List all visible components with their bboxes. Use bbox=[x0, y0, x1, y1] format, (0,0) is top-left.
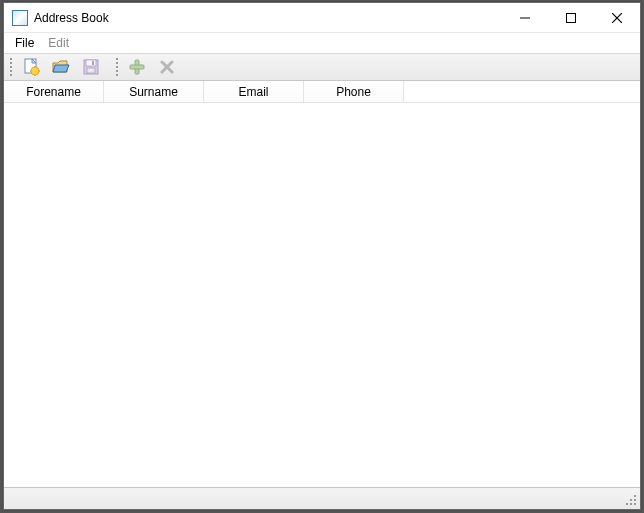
table-header: Forename Surname Email Phone bbox=[4, 81, 640, 103]
table-body[interactable] bbox=[4, 103, 640, 487]
svg-rect-1 bbox=[567, 13, 576, 22]
menubar: File Edit bbox=[4, 33, 640, 53]
svg-rect-13 bbox=[87, 68, 95, 73]
minimize-icon bbox=[520, 13, 530, 23]
app-window: Address Book File Edit bbox=[3, 2, 641, 510]
svg-rect-16 bbox=[130, 65, 144, 69]
svg-rect-21 bbox=[634, 499, 636, 501]
new-document-icon bbox=[21, 57, 41, 77]
column-header-surname[interactable]: Surname bbox=[104, 81, 204, 102]
size-grip[interactable] bbox=[624, 493, 638, 507]
minimize-button[interactable] bbox=[502, 3, 548, 33]
menu-file[interactable]: File bbox=[8, 34, 41, 52]
toolbar-grip-2[interactable] bbox=[114, 56, 120, 78]
open-button[interactable] bbox=[47, 55, 75, 79]
new-document-button[interactable] bbox=[17, 55, 45, 79]
svg-rect-14 bbox=[92, 61, 94, 65]
svg-rect-24 bbox=[634, 495, 636, 497]
svg-rect-22 bbox=[626, 503, 628, 505]
titlebar: Address Book bbox=[4, 3, 640, 33]
column-header-email[interactable]: Email bbox=[204, 81, 304, 102]
svg-point-6 bbox=[31, 67, 39, 75]
toolbar bbox=[4, 53, 640, 81]
svg-rect-20 bbox=[630, 503, 632, 505]
add-icon bbox=[127, 57, 147, 77]
delete-icon bbox=[157, 57, 177, 77]
close-button[interactable] bbox=[594, 3, 640, 33]
delete-button[interactable] bbox=[153, 55, 181, 79]
save-button[interactable] bbox=[77, 55, 105, 79]
svg-rect-23 bbox=[630, 499, 632, 501]
svg-rect-12 bbox=[86, 60, 96, 66]
add-button[interactable] bbox=[123, 55, 151, 79]
statusbar bbox=[4, 487, 640, 509]
svg-rect-19 bbox=[634, 503, 636, 505]
menu-edit[interactable]: Edit bbox=[41, 34, 76, 52]
column-header-forename[interactable]: Forename bbox=[4, 81, 104, 102]
window-title: Address Book bbox=[34, 11, 109, 25]
column-header-phone[interactable]: Phone bbox=[304, 81, 404, 102]
close-icon bbox=[612, 13, 622, 23]
maximize-icon bbox=[566, 13, 576, 23]
save-icon bbox=[81, 57, 101, 77]
folder-open-icon bbox=[51, 57, 71, 77]
toolbar-grip[interactable] bbox=[8, 56, 14, 78]
maximize-button[interactable] bbox=[548, 3, 594, 33]
app-icon bbox=[12, 10, 28, 26]
